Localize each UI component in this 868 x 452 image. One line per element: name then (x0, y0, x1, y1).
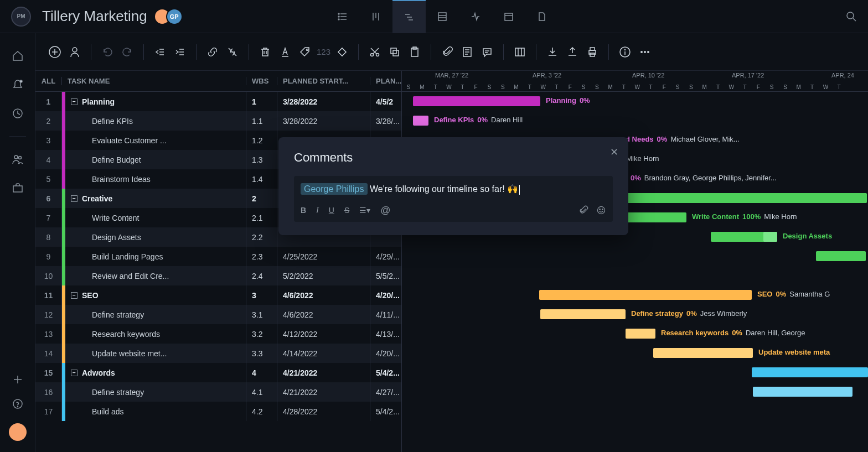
table-row[interactable]: 16 Define strategy 4.1 4/21/2022 4/27/..… (35, 382, 401, 402)
task-name[interactable]: Research keywords (65, 324, 246, 344)
table-row[interactable]: 1 −Planning 1 3/28/2022 4/5/2 (35, 92, 401, 111)
gantt-view-icon[interactable] (392, 0, 426, 33)
collapse-icon[interactable]: − (71, 292, 78, 299)
gantt-bar[interactable] (413, 116, 428, 126)
board-view-icon[interactable] (359, 0, 392, 33)
gantt-bar[interactable] (816, 251, 866, 261)
help-icon[interactable] (12, 398, 23, 409)
underline-icon[interactable]: U (329, 206, 334, 215)
import-icon[interactable] (544, 44, 561, 60)
file-view-icon[interactable] (525, 0, 559, 33)
task-name[interactable]: Evaluate Customer ... (65, 131, 246, 150)
plus-icon[interactable] (13, 375, 23, 385)
comment-icon[interactable] (479, 44, 495, 60)
task-name[interactable]: −Creative (65, 189, 246, 208)
list-view-icon[interactable] (326, 0, 359, 33)
activity-view-icon[interactable] (459, 0, 492, 33)
column-planned-start[interactable]: PLANNED START... (277, 77, 370, 85)
sheet-view-icon[interactable] (426, 0, 459, 33)
task-name[interactable]: Define Budget (65, 150, 246, 169)
table-row[interactable]: 2 Define KPIs 1.1 3/28/2022 3/28/... (35, 111, 401, 131)
task-name[interactable]: −Planning (65, 92, 246, 111)
task-name[interactable]: Update website met... (65, 344, 246, 363)
notes-icon[interactable] (459, 44, 476, 60)
table-row[interactable]: 13 Research keywords 3.2 4/12/2022 4/13/… (35, 324, 401, 344)
export-icon[interactable] (564, 44, 581, 60)
app-logo[interactable]: PM (11, 7, 31, 27)
gantt-bar[interactable] (540, 309, 626, 319)
gantt-bar[interactable] (626, 329, 655, 339)
emoji-icon[interactable] (596, 205, 606, 215)
user-avatar[interactable] (9, 423, 27, 441)
column-task-name[interactable]: TASK NAME (62, 77, 246, 85)
trash-icon[interactable] (257, 44, 273, 60)
unlink-icon[interactable] (224, 44, 241, 60)
bold-icon[interactable]: B (301, 206, 306, 215)
gantt-bar[interactable] (753, 387, 852, 397)
table-row[interactable]: 11 −SEO 3 4/6/2022 4/20/... (35, 285, 401, 305)
table-row[interactable]: 15 −Adwords 4 4/21/2022 5/4/2... (35, 363, 401, 382)
table-row[interactable]: 10 Review and Edit Cre... 2.4 5/2/2022 5… (35, 266, 401, 285)
gantt-bar[interactable] (413, 96, 540, 106)
undo-icon[interactable] (99, 44, 116, 60)
task-name[interactable]: Define KPIs (65, 111, 246, 131)
table-row[interactable]: 17 Build ads 4.2 4/28/2022 5/4/2... (35, 402, 401, 421)
columns-icon[interactable] (512, 44, 528, 60)
table-row[interactable]: 14 Update website met... 3.3 4/14/2022 4… (35, 344, 401, 363)
collapse-icon[interactable]: − (71, 98, 78, 105)
indent-icon[interactable] (172, 44, 188, 60)
comment-input-box[interactable]: George Phillips We're following our time… (294, 176, 613, 222)
bell-icon[interactable] (12, 79, 24, 91)
info-icon[interactable] (617, 44, 633, 60)
column-all[interactable]: ALL (35, 77, 62, 85)
search-icon[interactable] (846, 11, 857, 22)
column-wbs[interactable]: WBS (246, 77, 277, 85)
table-row[interactable]: 12 Define strategy 3.1 4/6/2022 4/11/... (35, 305, 401, 324)
table-row[interactable]: 9 Build Landing Pages 2.3 4/25/2022 4/29… (35, 247, 401, 266)
task-name[interactable]: Define strategy (65, 382, 246, 402)
gantt-bar[interactable] (539, 290, 752, 300)
assign-icon[interactable] (66, 44, 83, 60)
more-icon[interactable] (637, 44, 653, 60)
mention-icon[interactable]: @ (380, 205, 390, 216)
task-name[interactable]: Review and Edit Cre... (65, 266, 246, 285)
task-name[interactable]: Design Assets (65, 227, 246, 247)
home-icon[interactable] (12, 50, 24, 62)
task-name[interactable]: Brainstorm Ideas (65, 169, 246, 189)
gantt-bar[interactable] (623, 193, 867, 203)
gantt-bar[interactable] (623, 212, 686, 222)
column-planned-due[interactable]: PLAN... (370, 77, 401, 85)
calendar-view-icon[interactable] (492, 0, 525, 33)
task-name[interactable]: Define strategy (65, 305, 246, 324)
outdent-icon[interactable] (152, 44, 168, 60)
link-icon[interactable] (204, 44, 221, 60)
gantt-bar[interactable] (752, 367, 868, 377)
clock-icon[interactable] (12, 107, 24, 120)
collapse-icon[interactable]: − (71, 370, 78, 376)
team-icon[interactable] (12, 153, 24, 165)
strike-icon[interactable]: S (344, 206, 349, 215)
attach-icon[interactable] (439, 44, 456, 60)
diamond-icon[interactable] (334, 44, 350, 60)
add-button[interactable] (46, 44, 63, 60)
list-icon[interactable]: ☰▾ (359, 206, 370, 215)
avatar[interactable]: GP (166, 8, 183, 25)
text-color-icon[interactable] (277, 44, 293, 60)
tag-icon[interactable] (297, 44, 313, 60)
paste-icon[interactable] (406, 44, 423, 60)
mention-chip[interactable]: George Phillips (301, 183, 368, 195)
italic-icon[interactable]: I (316, 206, 319, 215)
task-name[interactable]: Build Landing Pages (65, 247, 246, 266)
gantt-chart[interactable]: MAR, 27 '22APR, 3 '22APR, 10 '22APR, 17 … (402, 71, 868, 452)
task-name[interactable]: Build ads (65, 402, 246, 421)
briefcase-icon[interactable] (12, 182, 24, 194)
task-name[interactable]: Write Content (65, 208, 246, 227)
redo-icon[interactable] (119, 44, 136, 60)
print-icon[interactable] (584, 44, 601, 60)
close-icon[interactable]: ✕ (610, 146, 618, 158)
attach-icon[interactable] (578, 205, 588, 215)
comment-text[interactable]: George Phillips We're following our time… (301, 181, 606, 200)
cut-icon[interactable] (366, 44, 383, 60)
collapse-icon[interactable]: − (71, 195, 78, 202)
copy-icon[interactable] (386, 44, 403, 60)
